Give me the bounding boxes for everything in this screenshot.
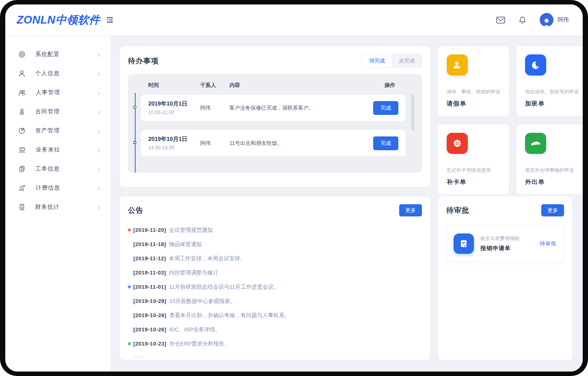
announcement-item: [2019-11-01] 11月份研发部总结会议与11月工作进度会议。 bbox=[128, 280, 422, 294]
announcement-date: [2019-10-26] bbox=[133, 326, 166, 333]
sidebar-item-work-orders[interactable]: 工单信息 › bbox=[5, 159, 110, 178]
sidebar-item-system-config[interactable]: 系统配置 › bbox=[5, 45, 110, 64]
sidebar-item-label: 合同管理 bbox=[35, 108, 60, 115]
chevron-right-icon: › bbox=[98, 69, 100, 78]
sidebar-item-personal-info[interactable]: 个人信息 › bbox=[5, 64, 110, 83]
todo-time: 14.00-18.00 bbox=[148, 145, 200, 151]
sidebar-item-billing-info[interactable]: 计费信息 › bbox=[5, 178, 110, 197]
shortcut-leave-request[interactable]: 调休、事假、病假的申请 请假单 bbox=[438, 46, 509, 116]
shortcut-going-out[interactable]: 需在外办理事物的申请 外出单 bbox=[517, 125, 583, 194]
todo-person: 阿伟 bbox=[200, 104, 229, 112]
todo-title: 待办事项 bbox=[128, 56, 159, 66]
announcements-more-button[interactable]: 更多 bbox=[399, 204, 422, 216]
announcements-title: 公告 bbox=[128, 205, 143, 215]
shortcut-desc: 忘记补卡等情况使用 bbox=[447, 167, 500, 174]
sidebar-item-financial-stats[interactable]: 财务统计 › bbox=[5, 197, 110, 216]
announcement-item: [2019-10-29] 10月份数据中心参观报表。 bbox=[128, 294, 422, 308]
shortcut-card-replacement[interactable]: 忘记补卡等情况使用 补卡单 bbox=[438, 125, 509, 194]
gear-icon bbox=[18, 51, 26, 58]
sidebar-item-label: 工单信息 bbox=[35, 165, 60, 173]
todo-date: 2019年10月1日 bbox=[148, 136, 200, 143]
column-content: 内容 bbox=[229, 82, 372, 89]
chart-icon bbox=[18, 184, 26, 192]
todo-table: 时间 干系人 内容 操作 2019年10月1日 bbox=[128, 74, 422, 173]
announcements-panel: 公告 更多 [2019-11-20] 会议管理规范通知 [201 bbox=[120, 197, 430, 360]
announcement-item: [2019-10-26] IDC、ISP业务详情。 bbox=[128, 322, 422, 337]
device-frame: ZONLN中领软件 bbox=[0, 0, 588, 376]
main-content: 待办事项 待完成 未完成 时间 干系人 内容 操作 bbox=[111, 36, 583, 372]
tab-pending[interactable]: 待完成 bbox=[362, 54, 392, 67]
shortcut-desc: 需在外办理事物的申请 bbox=[525, 167, 579, 174]
todo-time: 10.00-12.00 bbox=[148, 110, 200, 115]
approval-item[interactable]: 南京出差费用报销 报销申请单 待审批 bbox=[446, 225, 564, 262]
scrollbar-thumb[interactable] bbox=[411, 95, 414, 130]
notification-bell-icon[interactable] bbox=[519, 16, 526, 24]
app-window: ZONLN中领软件 bbox=[5, 4, 583, 372]
sidebar-item-business-dealings[interactable]: 业务来往 › bbox=[5, 140, 110, 159]
todo-panel: 待办事项 待完成 未完成 时间 干系人 内容 操作 bbox=[120, 46, 430, 187]
chevron-right-icon: › bbox=[98, 127, 100, 135]
announcement-link[interactable]: 10月份数据中心参观报表。 bbox=[169, 298, 236, 305]
announcement-link[interactable]: 会议管理规范通知 bbox=[169, 227, 213, 234]
approvals-more-button[interactable]: 更多 bbox=[541, 204, 564, 216]
shortcut-overtime[interactable]: 包括值班、加班等的申请 加班单 bbox=[517, 46, 583, 116]
todo-person: 阿伟 bbox=[200, 140, 229, 147]
menu-collapse-icon[interactable] bbox=[106, 17, 115, 23]
sidebar-item-hr-management[interactable]: 人事管理 › bbox=[5, 83, 110, 102]
top-header: ZONLN中领软件 bbox=[5, 4, 583, 36]
announcement-item: [2019-10-28] 查看本月出勤，并确认考核，有问题与人事联系。 bbox=[128, 308, 422, 322]
pie-chart-icon bbox=[18, 127, 26, 134]
announcement-link[interactable]: 华仓ERP需求分析报告。 bbox=[169, 340, 230, 348]
announcement-link[interactable]: 11月份研发部总结会议与11月工作进度会议。 bbox=[169, 283, 279, 291]
complete-button[interactable]: 完成 bbox=[373, 101, 398, 115]
chevron-right-icon: › bbox=[98, 184, 100, 192]
user-name: 阿伟 bbox=[558, 16, 569, 24]
app-logo: ZONLN中领软件 bbox=[17, 13, 100, 27]
todo-content: 客户业务保修已完成，请联系客户。 bbox=[229, 104, 366, 112]
sidebar-item-label: 人事管理 bbox=[36, 89, 60, 96]
complete-button[interactable]: 完成 bbox=[373, 136, 398, 150]
user-avatar[interactable] bbox=[540, 13, 553, 27]
announcement-date: [2019-10-23] bbox=[133, 341, 166, 347]
announcement-item: [2019-11-03] 内控管理调整与修订 bbox=[128, 266, 422, 280]
announcement-date: [2019-11-18] bbox=[133, 241, 166, 247]
announcement-item: [2019-11-12] 本周工作安排，本周会议安排。 bbox=[128, 251, 422, 266]
chevron-right-icon: › bbox=[98, 108, 100, 116]
tab-unfinished[interactable]: 未完成 bbox=[392, 54, 422, 67]
users-icon bbox=[18, 89, 26, 96]
announcement-date: [2019-11-01] bbox=[133, 284, 166, 290]
announcement-list: [2019-11-20] 会议管理规范通知 [2019-11-18] 物品保管通… bbox=[128, 223, 422, 359]
sidebar-item-label: 系统配置 bbox=[35, 51, 60, 58]
announcement-item: [2019-11-18] 物品保管通知 bbox=[128, 237, 422, 251]
approvals-panel: 待审批 更多 bbox=[438, 197, 572, 360]
approvals-title: 待审批 bbox=[446, 205, 469, 215]
approval-desc: 南京出差费用报销 bbox=[480, 235, 519, 242]
announcement-date: [2019-11-12] bbox=[133, 255, 166, 261]
announcement-item: [2019-11-20] 会议管理规范通知 bbox=[128, 223, 422, 237]
sidebar-nav: 系统配置 › 个人信息 › bbox=[5, 36, 111, 372]
sidebar-item-contract-management[interactable]: 合同管理 › bbox=[5, 102, 110, 121]
announcement-link[interactable]: 本周工作安排，本周会议安排。 bbox=[169, 255, 246, 262]
sidebar-item-asset-management[interactable]: 资产管理 › bbox=[5, 121, 110, 140]
announcement-link[interactable]: 内控管理调整与修订 bbox=[169, 269, 218, 277]
announcement-date: [2019-11-03] bbox=[133, 270, 166, 276]
document-icon bbox=[454, 233, 474, 254]
sidebar-item-label: 资产管理 bbox=[35, 127, 60, 134]
timeline-line bbox=[135, 93, 136, 173]
announcement-link[interactable]: IDC、ISP业务详情。 bbox=[169, 326, 220, 333]
announcement-link[interactable]: 物品保管通知 bbox=[169, 241, 202, 248]
chevron-right-icon: › bbox=[98, 165, 100, 173]
header-actions: 阿伟 bbox=[496, 13, 569, 27]
user-menu[interactable]: 阿伟 bbox=[540, 13, 569, 27]
sidebar-item-label: 业务来往 bbox=[36, 146, 60, 153]
shortcut-name: 请假单 bbox=[447, 100, 500, 108]
chevron-right-icon: › bbox=[98, 89, 100, 97]
red-dot-marker bbox=[128, 229, 131, 231]
announcement-item: [2019-10-23] 华仓ERP需求分析报告。 bbox=[128, 337, 422, 351]
chevron-right-icon: › bbox=[98, 50, 100, 58]
announcement-link[interactable]: 查看本月出勤，并确认考核，有问题与人事联系。 bbox=[169, 312, 290, 319]
todo-table-header: 时间 干系人 内容 操作 bbox=[128, 74, 422, 94]
calculator-icon bbox=[18, 203, 26, 211]
seal-icon bbox=[447, 133, 468, 154]
mail-icon[interactable] bbox=[496, 17, 505, 24]
